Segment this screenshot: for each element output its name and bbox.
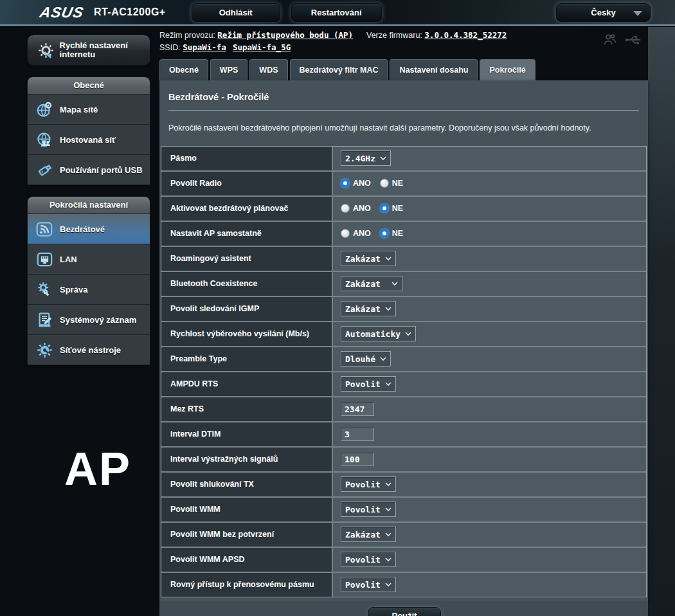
setting-input[interactable]	[341, 428, 374, 441]
ssid-link[interactable]: SupaWi-fa_5G	[233, 42, 291, 52]
usb-app-icon	[33, 161, 55, 179]
tab-pokro-il-[interactable]: Pokročilé	[480, 59, 535, 80]
ap-mode-watermark: AP	[64, 442, 131, 495]
select-value: Povolit	[345, 505, 381, 514]
quick-setup-icon	[37, 42, 55, 59]
sidebar-item-wireless[interactable]: Bezdrátové	[28, 213, 150, 244]
radio-option-ne[interactable]: NE	[380, 229, 403, 238]
setting-value-cell: ANONE	[333, 222, 646, 246]
quick-internet-setup-button[interactable]: Rychlé nastavení internetu	[27, 35, 150, 66]
select-value: Zakázat	[345, 304, 381, 314]
radio-option-ne[interactable]: NE	[380, 179, 403, 188]
sidebar-item-admin[interactable]: Správa	[28, 274, 150, 304]
radio-unselected-icon[interactable]	[341, 204, 350, 213]
setting-select[interactable]: Zakázat	[341, 251, 396, 266]
clients-icon[interactable]	[603, 33, 617, 49]
setting-select[interactable]: Zakázat	[341, 276, 402, 291]
sidebar-item-label: Hostovaná síť	[60, 135, 116, 145]
setting-label: Interval výstražných signálů	[161, 448, 333, 471]
chevron-down-icon	[385, 557, 392, 562]
table-row: Povolit WMM APSDPovolit	[161, 548, 646, 573]
radio-selected-icon[interactable]	[380, 204, 389, 213]
setting-select[interactable]: Povolit	[341, 376, 396, 392]
tab-bezdr-tov-filtr-mac[interactable]: Bezdrátový filtr MAC	[290, 59, 388, 80]
setting-label: Povolit sledování IGMP	[161, 297, 333, 321]
setting-label: Aktivovat bezdrátový plánovač	[161, 197, 333, 221]
table-row: Roamingový asistentZakázat	[161, 247, 646, 272]
setting-label: Mez RTS	[161, 397, 333, 421]
setting-value-cell	[333, 397, 646, 421]
radio-option-label: ANO	[353, 179, 371, 188]
firmware-version-link[interactable]: 3.0.0.4.382_52272	[424, 30, 507, 40]
tab-obecn-[interactable]: Obecné	[159, 59, 208, 80]
setting-input[interactable]	[341, 453, 374, 466]
setting-select[interactable]: Dlouhé	[341, 351, 391, 367]
table-row: Rychlost výběrového vysílání (Mb/s)Autom…	[161, 322, 646, 347]
sidebar-item-label: Bezdrátové	[60, 224, 105, 234]
chevron-down-icon	[385, 532, 392, 537]
tab-wds[interactable]: WDS	[249, 59, 287, 80]
tab-wps[interactable]: WPS	[210, 59, 248, 80]
setting-select[interactable]: Povolit	[341, 502, 396, 517]
setting-select[interactable]: Povolit	[341, 577, 396, 592]
setting-value-cell: Automaticky	[333, 322, 646, 346]
reboot-button[interactable]: Restartování	[291, 3, 382, 22]
setting-label: Bluetooth Coexistence	[161, 272, 333, 296]
language-select[interactable]: Česky	[556, 3, 651, 22]
apply-button[interactable]: Použít	[368, 607, 441, 616]
table-row: Bluetooth CoexistenceZakázat	[161, 272, 646, 297]
wireless-icon	[33, 221, 55, 238]
top-banner: ASUS RT-AC1200G+ Odhlásit Restartování Č…	[0, 0, 675, 26]
radio-unselected-icon[interactable]	[380, 179, 389, 188]
sidebar-item-syslog[interactable]: Systémový záznam	[28, 304, 150, 334]
sidebar-item-guest-network[interactable]: Hostovaná síť	[28, 124, 150, 154]
sidebar-item-network-tools[interactable]: Síťové nástroje	[28, 334, 150, 365]
radio-option-ne[interactable]: NE	[380, 204, 403, 213]
chevron-down-icon	[385, 382, 392, 386]
select-value: Dlouhé	[345, 354, 375, 364]
radio-selected-icon[interactable]	[380, 229, 389, 238]
table-row: Preamble TypeDlouhé	[161, 347, 646, 372]
sidebar-item-lan[interactable]: LAN	[28, 244, 150, 274]
ssid-label: SSID:	[159, 43, 181, 52]
select-value: Zakázat	[345, 254, 381, 264]
router-admin-page: ASUS RT-AC1200G+ Odhlásit Restartování Č…	[0, 0, 675, 616]
setting-select[interactable]: Zakázat	[341, 301, 396, 316]
setting-select[interactable]: 2.4GHz	[341, 150, 391, 166]
setting-value-cell: Dlouhé	[333, 347, 646, 371]
select-value: Povolit	[345, 379, 381, 389]
setting-label: Roamingový asistent	[161, 247, 333, 271]
radio-option-ano[interactable]: ANO	[341, 204, 371, 213]
radio-option-ano[interactable]: ANO	[341, 229, 371, 238]
setting-value-cell: ANONE	[333, 197, 646, 221]
setting-select[interactable]: Automaticky	[341, 326, 416, 341]
sidebar-item-label: Správa	[60, 285, 87, 294]
chevron-down-icon	[385, 257, 392, 261]
setting-label: Rychlost výběrového vysílání (Mb/s)	[161, 322, 333, 346]
select-value: 2.4GHz	[345, 154, 375, 163]
radio-unselected-icon[interactable]	[341, 229, 350, 238]
settings-table: Pásmo2.4GHzPovolit RadioANONEAktivovat b…	[161, 146, 647, 597]
chevron-down-icon	[385, 583, 392, 587]
radio-option-label: ANO	[353, 204, 371, 213]
setting-value-cell: Zakázat	[333, 272, 646, 296]
table-row: Interval DTIM	[161, 422, 646, 448]
setting-select[interactable]: Povolit	[341, 552, 396, 567]
radio-selected-icon[interactable]	[341, 179, 350, 188]
radio-option-ano[interactable]: ANO	[341, 179, 371, 188]
logout-button[interactable]: Odhlásit	[192, 3, 280, 22]
sidebar-item-usb-app[interactable]: Používání portů USB	[28, 154, 150, 185]
select-value: Automaticky	[345, 329, 401, 339]
table-row: Rovný přístup k přenosovému pásmuPovolit	[161, 573, 646, 597]
tab-nastaven-dosahu[interactable]: Nastavení dosahu	[390, 59, 478, 80]
sidebar-item-network-map[interactable]: Mapa sítě	[28, 94, 150, 124]
usb-icon[interactable]	[625, 33, 642, 49]
ssid-link[interactable]: SupaWi-fa	[183, 42, 226, 52]
setting-select[interactable]: Povolit	[341, 476, 396, 492]
sidebar-item-label: LAN	[60, 255, 77, 264]
admin-icon	[33, 281, 55, 298]
operation-mode-link[interactable]: Režim přístupového bodu (AP)	[217, 30, 353, 40]
radio-option-label: ANO	[353, 229, 371, 238]
setting-input[interactable]	[341, 403, 374, 416]
setting-select[interactable]: Zakázat	[341, 527, 396, 542]
